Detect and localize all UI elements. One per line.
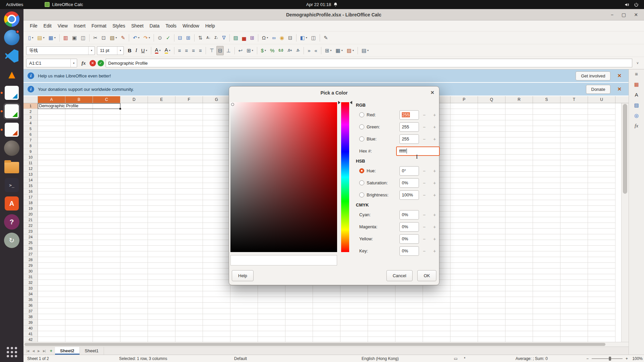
cell-U20[interactable] xyxy=(588,212,615,217)
formula-input[interactable]: Demographic Profile xyxy=(106,59,633,67)
cell-C9[interactable] xyxy=(93,149,120,155)
cell-R42[interactable] xyxy=(505,337,533,342)
cell-S9[interactable] xyxy=(533,149,560,155)
cell-F31[interactable] xyxy=(175,274,203,280)
cell-L35[interactable] xyxy=(340,297,368,303)
cell-G39[interactable] xyxy=(203,320,230,325)
cell-P1[interactable] xyxy=(450,103,478,109)
cell-H38[interactable] xyxy=(230,314,258,320)
cell-G19[interactable] xyxy=(203,206,230,212)
row-header-9[interactable]: 9 xyxy=(23,149,38,155)
cell-L39[interactable] xyxy=(340,320,368,325)
cell-A10[interactable] xyxy=(38,155,65,160)
cell-T36[interactable] xyxy=(560,303,588,308)
cell-B19[interactable] xyxy=(65,206,93,212)
cell-Q20[interactable] xyxy=(478,212,505,217)
cell-E22[interactable] xyxy=(148,223,175,229)
dock-app-vscode[interactable] xyxy=(3,48,20,64)
cell-T19[interactable] xyxy=(560,206,588,212)
minimize-button[interactable]: − xyxy=(611,12,613,17)
show-applications-button[interactable] xyxy=(4,345,19,359)
align-left-button[interactable]: ≡ xyxy=(176,46,183,55)
cell-A15[interactable] xyxy=(38,183,65,189)
saturation-decrement-button[interactable]: − xyxy=(419,180,429,186)
row-header-32[interactable]: 32 xyxy=(23,280,38,286)
cell-L41[interactable] xyxy=(340,331,368,337)
cell-S26[interactable] xyxy=(533,246,560,251)
cell-C12[interactable] xyxy=(93,166,120,172)
hex-input[interactable]: ffffff xyxy=(396,146,440,156)
menu-view[interactable]: View xyxy=(55,21,71,30)
cell-S1[interactable] xyxy=(533,103,560,109)
cell-G21[interactable] xyxy=(203,217,230,223)
cell-P5[interactable] xyxy=(450,126,478,132)
cell-T21[interactable] xyxy=(560,217,588,223)
cell-U21[interactable] xyxy=(588,217,615,223)
cell-Q17[interactable] xyxy=(478,194,505,200)
cell-T8[interactable] xyxy=(560,143,588,149)
print-button[interactable]: ▣ xyxy=(70,33,78,43)
color-picker-marker[interactable] xyxy=(231,103,234,106)
cell-U30[interactable] xyxy=(588,268,615,274)
cell-F39[interactable] xyxy=(175,320,203,325)
cell-T37[interactable] xyxy=(560,308,588,314)
cell-U5[interactable] xyxy=(588,126,615,132)
cell-R10[interactable] xyxy=(505,155,533,160)
column-header-B[interactable]: B xyxy=(65,96,93,103)
cell-D33[interactable] xyxy=(120,286,148,291)
align-top-button[interactable]: ⊤ xyxy=(208,46,216,55)
hue-decrement-button[interactable]: − xyxy=(419,168,429,174)
cell-B15[interactable] xyxy=(65,183,93,189)
cell-K42[interactable] xyxy=(313,337,340,342)
cell-R35[interactable] xyxy=(505,297,533,303)
maximize-button[interactable]: ▢ xyxy=(622,12,626,17)
cell-R38[interactable] xyxy=(505,314,533,320)
cell-C17[interactable] xyxy=(93,194,120,200)
headers-and-footers-button[interactable]: ⊟ xyxy=(286,33,294,43)
cell-D25[interactable] xyxy=(120,240,148,246)
column-header-T[interactable]: T xyxy=(560,96,588,103)
cell-E27[interactable] xyxy=(148,251,175,257)
cell-D4[interactable] xyxy=(120,120,148,126)
hue-marker-icon[interactable] xyxy=(338,101,340,104)
cell-F4[interactable] xyxy=(175,120,203,126)
cyan-input[interactable]: 0% xyxy=(399,210,419,220)
cell-R26[interactable] xyxy=(505,246,533,251)
cell-C13[interactable] xyxy=(93,172,120,177)
cell-C18[interactable] xyxy=(93,200,120,206)
cell-F12[interactable] xyxy=(175,166,203,172)
cell-F8[interactable] xyxy=(175,143,203,149)
cell-S6[interactable] xyxy=(533,132,560,137)
cell-S7[interactable] xyxy=(533,137,560,143)
cell-G22[interactable] xyxy=(203,223,230,229)
cell-Q27[interactable] xyxy=(478,251,505,257)
cell-U29[interactable] xyxy=(588,263,615,268)
cell-G40[interactable] xyxy=(203,325,230,331)
row-header-21[interactable]: 21 xyxy=(23,217,38,223)
cell-E34[interactable] xyxy=(148,291,175,297)
cell-P31[interactable] xyxy=(450,274,478,280)
cell-T5[interactable] xyxy=(560,126,588,132)
cell-B18[interactable] xyxy=(65,200,93,206)
cell-R21[interactable] xyxy=(505,217,533,223)
cell-F25[interactable] xyxy=(175,240,203,246)
cell-R28[interactable] xyxy=(505,257,533,263)
cell-F21[interactable] xyxy=(175,217,203,223)
cell-T38[interactable] xyxy=(560,314,588,320)
cell-E5[interactable] xyxy=(148,126,175,132)
row-header-41[interactable]: 41 xyxy=(23,331,38,337)
cell-J35[interactable] xyxy=(285,297,313,303)
cell-C39[interactable] xyxy=(93,320,120,325)
format-as-currency-button[interactable]: $▾ xyxy=(259,46,268,55)
cell-S22[interactable] xyxy=(533,223,560,229)
cell-E14[interactable] xyxy=(148,177,175,183)
cell-G3[interactable] xyxy=(203,115,230,120)
cell-B36[interactable] xyxy=(65,303,93,308)
cell-Q16[interactable] xyxy=(478,189,505,194)
cell-A4[interactable] xyxy=(38,120,65,126)
cell-F26[interactable] xyxy=(175,246,203,251)
cell-U1[interactable] xyxy=(588,103,615,109)
cell-Q40[interactable] xyxy=(478,325,505,331)
page-style[interactable]: Default xyxy=(234,356,247,361)
cell-Q32[interactable] xyxy=(478,280,505,286)
